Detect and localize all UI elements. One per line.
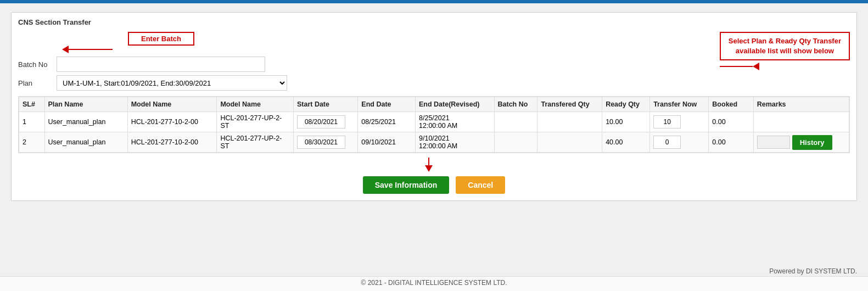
cell-ready-qty: 40.00 [602,132,650,153]
cell-sl: 2 [19,132,45,153]
cell-sl: 1 [19,112,45,132]
plan-label: Plan [18,79,51,87]
cns-panel: CNS Section Transfer Enter Batch [11,12,857,201]
data-table: SL# Plan Name Model Name Model Name Star… [19,97,849,153]
th-batch-no: Batch No [494,97,537,112]
cell-booked: 0.00 [709,112,753,132]
plan-select[interactable]: UM-1-UM-1, Start:01/09/2021, End:30/09/2… [57,75,287,91]
select-plan-annotation: Select Plan & Ready Qty Transfer availab… [720,32,850,60]
transfer-now-input-1[interactable] [653,115,681,128]
cell-transfer-now[interactable] [650,112,709,132]
save-arrow-area [18,158,850,172]
cell-model1: HCL-201-277-10-2-00 [127,132,217,153]
batch-input[interactable] [57,57,265,72]
cell-transferred [537,112,602,132]
th-start-date: Start Date [293,97,357,112]
cell-end-revised: 9/10/202112:00:00 AM [416,132,495,153]
enter-batch-annotation: Enter Batch [128,32,194,46]
th-transferred-qty: Transfered Qty [537,97,602,112]
arrow-line [69,49,113,50]
left-form-area: Enter Batch Batch No Plan UM-1-UM [18,32,709,94]
arrow-left-icon [62,46,69,53]
th-end-date: End Date [358,97,416,112]
main-content: CNS Section Transfer Enter Batch [0,3,868,265]
start-date-input[interactable] [297,115,345,128]
cell-end-revised: 8/25/202112:00:00 AM [416,112,495,132]
cell-plan-name: User_manual_plan [44,112,127,132]
panel-title: CNS Section Transfer [18,18,850,26]
th-booked: Booked [709,97,753,112]
arrow-line-h [720,66,753,67]
bottom-action-area: Save Information Cancel [18,158,850,194]
cell-batch [494,132,537,153]
history-button[interactable]: History [792,135,832,150]
remarks-input-2[interactable] [757,136,790,149]
table-row: 1 User_manual_plan HCL-201-277-10-2-00 H… [19,112,849,132]
th-end-date-revised: End Date(Revised) [416,97,495,112]
th-ready-qty: Ready Qty [602,97,650,112]
table-row: 2 User_manual_plan HCL-201-277-10-2-00 H… [19,132,849,153]
cell-model2: HCL-201-277-UP-2-ST [217,112,294,132]
save-button[interactable]: Save Information [363,176,450,194]
transfer-now-input-2[interactable] [653,136,681,149]
cell-transferred [537,132,602,153]
right-annotation: Select Plan & Ready Qty Transfer availab… [720,32,850,70]
th-transfer-now: Transfer Now [650,97,709,112]
th-plan-name: Plan Name [44,97,127,112]
cell-plan-name: User_manual_plan [44,132,127,153]
cancel-button[interactable]: Cancel [456,176,505,194]
cell-batch [494,112,537,132]
table-header-row: SL# Plan Name Model Name Model Name Star… [19,97,849,112]
th-remarks: Remarks [753,97,849,112]
cell-model2: HCL-201-277-UP-2-ST [217,132,294,153]
cell-end-date: 08/25/2021 [358,112,416,132]
th-model1: Model Name [127,97,217,112]
cell-remarks[interactable]: History [753,132,849,153]
data-table-wrapper: SL# Plan Name Model Name Model Name Star… [18,96,850,153]
copyright: © 2021 - DIGITAL INTELLIGENCE SYSTEM LTD… [0,276,868,291]
cell-transfer-now[interactable] [650,132,709,153]
batch-label: Batch No [18,60,51,69]
cell-model1: HCL-201-277-10-2-00 [127,112,217,132]
arrow-down-icon [425,165,433,172]
arrow-left2-icon [753,63,759,70]
start-date-input-2[interactable] [297,136,345,149]
th-sl: SL# [19,97,45,112]
plan-row: Plan UM-1-UM-1, Start:01/09/2021, End:30… [18,75,709,91]
bottom-buttons: Save Information Cancel [18,176,850,194]
cell-start-date[interactable] [293,112,357,132]
th-model2: Model Name [217,97,294,112]
batch-row: Batch No [18,57,709,72]
cell-start-date[interactable] [293,132,357,153]
cell-remarks [753,112,849,132]
cell-ready-qty: 10.00 [602,112,650,132]
cell-end-date: 09/10/2021 [358,132,416,153]
cell-booked: 0.00 [709,132,753,153]
powered-by: Powered by DI SYSTEM LTD. [0,265,868,276]
